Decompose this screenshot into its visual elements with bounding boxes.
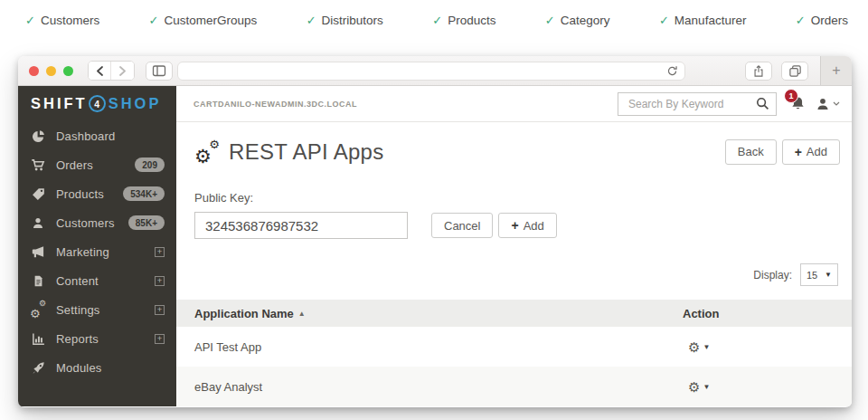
public-key-input[interactable] xyxy=(194,212,408,239)
sidebar-item-label: Reports xyxy=(56,332,155,346)
gear-icon: ⚙ xyxy=(688,340,700,354)
expand-icon[interactable]: + xyxy=(155,305,165,315)
sort-asc-icon: ▲ xyxy=(298,310,306,318)
caret-down-icon: ▼ xyxy=(703,383,710,391)
api-apps-table: Application Name ▲ Action API Test App ⚙ xyxy=(176,300,852,406)
check-icon: ✓ xyxy=(432,14,442,27)
customers-count-badge: 85K+ xyxy=(128,215,165,230)
user-menu-button[interactable] xyxy=(816,97,840,111)
status-item-label: Orders xyxy=(811,14,848,27)
status-item-label: Customers xyxy=(41,14,99,27)
address-bar[interactable] xyxy=(177,62,685,81)
admin-header: CARTDANILO-NEWADMIN.3DC.LOCAL 1 xyxy=(176,86,852,122)
sidebar-nav: Dashboard Orders 209 Products xyxy=(18,121,176,382)
add-button[interactable]: + Add xyxy=(782,139,840,165)
table-header: Application Name ▲ Action xyxy=(176,300,852,327)
display-count-select[interactable]: 15 ▼ xyxy=(800,263,838,286)
page-title: REST API Apps xyxy=(229,139,384,165)
address-input[interactable] xyxy=(184,64,666,79)
chevron-down-icon xyxy=(833,101,840,107)
column-header-application-name[interactable]: Application Name ▲ xyxy=(176,307,683,320)
sidebar-item-settings[interactable]: ⚙⚙ Settings + xyxy=(18,295,176,324)
sidebar-item-customers[interactable]: Customers 85K+ xyxy=(18,208,176,237)
cancel-button[interactable]: Cancel xyxy=(431,213,493,238)
plus-icon: + xyxy=(795,145,802,159)
sidebar-item-content[interactable]: Content + xyxy=(18,266,176,295)
tabs-overview-button[interactable] xyxy=(781,62,808,81)
plus-icon: + xyxy=(511,218,518,233)
sidebar-item-reports[interactable]: Reports + xyxy=(18,324,176,353)
gear-icon: ⚙ xyxy=(688,380,700,394)
document-icon xyxy=(30,274,46,288)
status-item-customers: ✓ Customers xyxy=(25,14,99,27)
sidebar-item-dashboard[interactable]: Dashboard xyxy=(18,121,176,150)
refresh-icon[interactable] xyxy=(666,65,678,77)
status-item-label: CustomerGroups xyxy=(164,14,257,27)
gears-icon: ⚙⚙ xyxy=(30,302,46,317)
sidebar-toggle-button[interactable] xyxy=(146,62,173,81)
plus-icon: + xyxy=(832,62,840,79)
minimize-window-button[interactable] xyxy=(46,66,56,76)
browser-toolbar: + xyxy=(18,56,852,86)
caret-down-icon: ▼ xyxy=(703,343,710,351)
cart-icon xyxy=(30,158,46,172)
search-input[interactable] xyxy=(627,97,756,111)
chevron-right-icon xyxy=(118,66,127,76)
status-item-orders: ✓ Orders xyxy=(796,14,848,27)
page-title-row: ⚙⚙ REST API Apps Back + Add xyxy=(176,127,852,177)
sidebar-item-products[interactable]: Products 534K+ xyxy=(18,179,176,208)
check-icon: ✓ xyxy=(25,14,35,27)
notification-count-badge: 1 xyxy=(784,89,798,103)
sidebar-item-label: Content xyxy=(56,274,155,288)
status-item-manufacturer: ✓ Manufacturer xyxy=(659,14,746,27)
table-row: eBay Analyst ⚙ ▼ xyxy=(176,367,852,406)
dashboard-icon xyxy=(30,129,46,143)
sidebar-item-label: Dashboard xyxy=(56,129,165,143)
browser-forward-button[interactable] xyxy=(111,62,134,80)
close-window-button[interactable] xyxy=(29,66,39,76)
table-row: API Test App ⚙ ▼ xyxy=(176,327,852,367)
rest-api-apps-icon: ⚙⚙ xyxy=(194,139,220,165)
products-count-badge: 534K+ xyxy=(123,186,165,201)
search-icon[interactable] xyxy=(756,97,769,110)
public-key-form: Cancel + Add xyxy=(194,212,557,239)
action-cell: ⚙ ▼ xyxy=(683,380,852,394)
confirm-add-button[interactable]: + Add xyxy=(498,213,556,238)
person-icon xyxy=(30,216,46,230)
share-icon xyxy=(752,64,765,78)
logo-4-circle: 4 xyxy=(89,95,106,112)
screenshot-canvas: ✓ Customers ✓ CustomerGroups ✓ Distribut… xyxy=(0,0,868,420)
check-icon: ✓ xyxy=(659,14,669,27)
row-actions-button[interactable]: ⚙ ▼ xyxy=(683,340,710,354)
bar-chart-icon xyxy=(30,332,46,346)
check-icon: ✓ xyxy=(796,14,806,27)
sidebar-toggle-icon xyxy=(152,63,166,78)
zoom-window-button[interactable] xyxy=(63,66,73,76)
back-button[interactable]: Back xyxy=(725,139,777,165)
status-item-label: Distributors xyxy=(322,14,383,27)
breadcrumb: CARTDANILO-NEWADMIN.3DC.LOCAL xyxy=(193,100,357,109)
sidebar-item-orders[interactable]: Orders 209 xyxy=(18,150,176,179)
browser-back-button[interactable] xyxy=(89,62,111,80)
share-button[interactable] xyxy=(745,62,772,81)
app-name-cell: API Test App xyxy=(176,340,683,354)
status-item-label: Manufacturer xyxy=(675,14,747,27)
logo-text-shop: SHOP xyxy=(108,95,162,112)
expand-icon[interactable]: + xyxy=(155,247,165,257)
public-key-label: Public Key: xyxy=(194,191,253,205)
check-icon: ✓ xyxy=(149,14,159,27)
shift4shop-logo[interactable]: SHIFT 4 SHOP xyxy=(18,86,176,121)
row-actions-button[interactable]: ⚙ ▼ xyxy=(683,380,710,394)
new-tab-button[interactable]: + xyxy=(820,56,852,85)
expand-icon[interactable]: + xyxy=(155,334,165,344)
action-cell: ⚙ ▼ xyxy=(683,340,852,354)
caret-down-icon: ▼ xyxy=(825,271,832,279)
main-content: CARTDANILO-NEWADMIN.3DC.LOCAL 1 xyxy=(176,86,852,406)
expand-icon[interactable]: + xyxy=(155,276,165,286)
orders-count-badge: 209 xyxy=(135,158,165,172)
sidebar-item-label: Customers xyxy=(56,216,128,230)
sidebar-item-modules[interactable]: Modules xyxy=(18,353,176,382)
rocket-icon xyxy=(30,361,46,375)
sidebar-item-marketing[interactable]: Marketing + xyxy=(18,237,176,266)
notifications-button[interactable]: 1 xyxy=(790,96,806,111)
